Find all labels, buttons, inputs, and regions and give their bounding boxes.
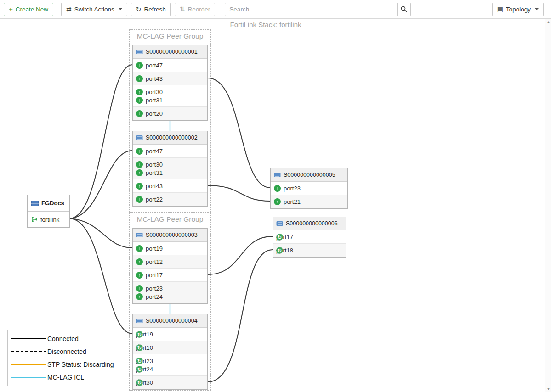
search-button[interactable] xyxy=(398,3,411,16)
legend-item-disconnected: Disconnected xyxy=(11,348,112,355)
port-row[interactable]: ↑ port17 xyxy=(133,269,207,282)
connection-line xyxy=(70,218,132,334)
port-label: port24 xyxy=(146,293,163,300)
search-icon xyxy=(401,6,407,12)
port-label: port31 xyxy=(146,97,163,104)
search-group xyxy=(225,3,411,16)
port-row[interactable]: ↑ port12 xyxy=(133,255,207,269)
refresh-button[interactable]: ↻ Refresh xyxy=(131,3,171,16)
vertical-scrollbar[interactable]: ▲ ▼ xyxy=(545,19,551,392)
port-up-icon: ↑ xyxy=(136,75,143,82)
port-mclag-icon: ↻ xyxy=(136,331,143,338)
switch-icon xyxy=(136,135,143,140)
switch-node-s6[interactable]: S000000000000006 ↻ port17 ↻ port18 xyxy=(273,217,346,258)
port-line: ↑ port30 xyxy=(136,161,163,168)
port-row[interactable]: ↑ port23 ↑ port24 xyxy=(133,282,207,303)
port-label: port47 xyxy=(146,148,163,155)
port-line: ↻ port23 xyxy=(136,358,153,364)
legend-item-stp-discarding: STP Status: Discarding xyxy=(11,361,112,368)
switch-actions-button[interactable]: ⇄ Switch Actions xyxy=(61,3,127,16)
switch-node-s5[interactable]: S000000000000005 ↑ port23 ↑ port21 xyxy=(270,168,348,209)
port-label: port30 xyxy=(146,89,163,95)
port-label: port23 xyxy=(146,285,163,292)
connection-line xyxy=(70,65,132,218)
port-row[interactable]: ↑ port43 xyxy=(133,179,207,193)
legend-item-connected: Connected xyxy=(11,335,112,342)
port-line: ↻ port24 xyxy=(136,366,153,373)
port-line: ↑ port23 xyxy=(136,285,163,292)
port-row[interactable]: ↑ port30 ↑ port31 xyxy=(133,85,207,107)
port-up-icon: ↑ xyxy=(136,148,143,155)
fortigate-row[interactable]: FGDocs xyxy=(28,195,69,211)
switch-header[interactable]: S000000000000005 xyxy=(271,168,347,182)
connection-line xyxy=(70,218,132,248)
legend: Connected Disconnected STP Status: Disca… xyxy=(7,330,115,386)
switch-icon xyxy=(136,318,143,324)
port-label: port43 xyxy=(146,183,163,190)
switch-icon xyxy=(274,172,281,178)
port-row[interactable]: ↑ port47 xyxy=(133,145,207,158)
port-row[interactable]: ↻ port17 xyxy=(273,230,346,244)
port-mclag-icon: ↻ xyxy=(136,358,143,364)
refresh-label: Refresh xyxy=(144,6,166,13)
port-row[interactable]: ↻ port19 xyxy=(133,328,207,341)
port-up-icon: ↑ xyxy=(136,97,143,104)
switch-node-s2[interactable]: S000000000000002 ↑ port47 ↑ port30 ↑ por… xyxy=(132,131,208,207)
create-new-button[interactable]: + Create New xyxy=(4,3,53,16)
connection-line xyxy=(70,151,132,218)
port-up-icon: ↑ xyxy=(136,258,143,265)
switch-name: S000000000000005 xyxy=(284,172,335,178)
port-row[interactable]: ↑ port20 xyxy=(133,107,207,120)
port-row[interactable]: ↻ port18 xyxy=(273,244,346,257)
toolbar-separator xyxy=(219,0,219,19)
port-row[interactable]: ↻ port30 xyxy=(133,376,207,389)
fortilink-row[interactable]: fortilink xyxy=(28,211,69,227)
scroll-up-icon[interactable]: ▲ xyxy=(545,20,551,23)
switch-icon xyxy=(276,221,283,226)
port-row[interactable]: ↑ port21 xyxy=(271,195,347,208)
topology-icon: ▤ xyxy=(497,6,503,13)
switch-header[interactable]: S000000000000004 xyxy=(133,314,207,328)
port-up-icon: ↑ xyxy=(136,89,143,95)
switch-node-s4[interactable]: S000000000000004 ↻ port19 ↻ port10 ↻ por… xyxy=(132,314,208,390)
legend-label: Disconnected xyxy=(47,348,86,355)
switch-header[interactable]: S000000000000001 xyxy=(133,45,207,59)
search-input[interactable] xyxy=(225,3,398,16)
port-line: ↑ port30 xyxy=(136,89,163,95)
port-row[interactable]: ↻ port10 xyxy=(133,341,207,354)
port-row[interactable]: ↑ port43 xyxy=(133,72,207,85)
fortilink-name: fortilink xyxy=(40,216,59,223)
scroll-down-icon[interactable]: ▼ xyxy=(545,387,551,391)
legend-line-solid xyxy=(11,338,46,340)
switch-header[interactable]: S000000000000006 xyxy=(273,217,346,230)
fortigate-name: FGDocs xyxy=(41,200,64,207)
fortigate-node[interactable]: FGDocs fortilink xyxy=(27,195,70,228)
switch-name: S000000000000002 xyxy=(146,134,198,141)
switch-name: S000000000000004 xyxy=(146,318,198,324)
port-row[interactable]: ↑ port47 xyxy=(133,59,207,72)
toolbar-separator xyxy=(57,0,57,19)
port-label: port19 xyxy=(146,245,163,252)
topology-dropdown-button[interactable]: ▤ Topology xyxy=(492,3,544,16)
reorder-button[interactable]: ⇅ Reorder xyxy=(175,3,216,16)
port-row[interactable]: ↑ port19 xyxy=(133,242,207,255)
port-label: port23 xyxy=(284,185,301,192)
legend-line-icl xyxy=(11,376,46,378)
port-label: port43 xyxy=(146,75,163,82)
fortilink-branch-icon xyxy=(31,216,38,223)
toolbar: + Create New ⇄ Switch Actions ↻ Refresh … xyxy=(0,0,551,19)
switch-node-s3[interactable]: S000000000000003 ↑ port19 ↑ port12 ↑ por… xyxy=(132,228,208,304)
switch-header[interactable]: S000000000000003 xyxy=(133,229,207,242)
topology-label: Topology xyxy=(506,6,531,13)
port-up-icon: ↑ xyxy=(136,196,143,203)
port-up-icon: ↑ xyxy=(136,110,143,117)
port-row[interactable]: ↑ port30 ↑ port31 xyxy=(133,158,207,179)
switch-header[interactable]: S000000000000002 xyxy=(133,131,207,145)
port-row[interactable]: ↑ port22 xyxy=(133,193,207,206)
port-up-icon: ↑ xyxy=(136,293,143,300)
switch-icon xyxy=(136,49,143,55)
port-label: port22 xyxy=(146,196,163,203)
port-row[interactable]: ↑ port23 xyxy=(271,182,347,195)
switch-node-s1[interactable]: S000000000000001 ↑ port47 ↑ port43 ↑ por… xyxy=(132,45,208,121)
port-row[interactable]: ↻ port23 ↻ port24 xyxy=(133,354,207,376)
